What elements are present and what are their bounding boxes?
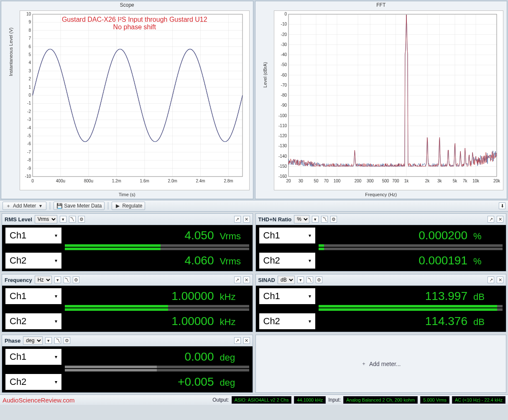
svg-text:8: 8 <box>28 28 31 33</box>
graph-icon[interactable]: 〽 <box>64 277 70 283</box>
svg-text:-9: -9 <box>27 166 31 171</box>
panel-header: RMS Level Vrms ▾ 〽 ⚙ ↗ ✕ <box>2 214 253 225</box>
readout-value: 113.997 <box>425 289 467 303</box>
close-icon[interactable]: ✕ <box>243 216 250 223</box>
add-meter-label: Add Meter <box>13 203 36 209</box>
readout-value: 4.050 <box>184 229 214 242</box>
svg-text:-130: -130 <box>278 143 286 148</box>
svg-text:-70: -70 <box>281 83 287 87</box>
channel-select[interactable]: Ch2▾ <box>259 253 315 269</box>
channel-select[interactable]: Ch1▾ <box>5 288 61 304</box>
svg-text:-10: -10 <box>281 22 287 26</box>
output-rate-chip[interactable]: 44.1000 kHz <box>294 396 326 404</box>
chevron-down-icon: ▾ <box>55 258 57 264</box>
graph-icon[interactable]: 〽 <box>54 337 61 344</box>
add-meter-tile[interactable]: ＋ Add meter... <box>255 335 507 393</box>
chevron-down-icon: ▾ <box>55 379 57 385</box>
panel-title: THD+N Ratio <box>258 216 292 223</box>
thdn-ratio-panel: THD+N Ratio % ▾ 〽 ⚙ ↗ ✕ Ch1▾ 0.000200% C… <box>255 213 507 271</box>
download-icon[interactable]: ⬇ <box>499 202 505 209</box>
input-bw-chip[interactable]: AC (<10 Hz) - 22.4 kHz <box>452 396 505 404</box>
chevron-down-icon[interactable]: ▾ <box>45 337 52 344</box>
input-label: Input: <box>328 397 341 403</box>
unit-select[interactable]: Vrms <box>35 215 57 223</box>
channel-select[interactable]: Ch2▾ <box>5 313 61 329</box>
close-icon[interactable]: ✕ <box>497 277 503 283</box>
scope-y-label: Instantaneous Level (V) <box>8 28 13 76</box>
unit-select[interactable]: Hz <box>35 276 52 284</box>
gear-icon[interactable]: ⚙ <box>64 337 70 344</box>
channel-select[interactable]: Ch1▾ <box>259 228 315 243</box>
status-bar: AudioScienceReview.com Output: ASIO: ASI… <box>0 394 508 405</box>
svg-text:-5: -5 <box>27 133 31 138</box>
unit-select[interactable]: deg <box>23 336 43 345</box>
channel-select[interactable]: Ch2▾ <box>5 374 61 390</box>
channel-select[interactable]: Ch2▾ <box>5 253 61 269</box>
gear-icon[interactable]: ⚙ <box>330 216 337 223</box>
close-icon[interactable]: ✕ <box>497 216 503 223</box>
chevron-down-icon: ▾ <box>55 318 57 324</box>
panel-body: Ch1▾ 0.000deg Ch2▾ +0.005deg <box>2 346 253 392</box>
svg-text:-150: -150 <box>278 164 286 169</box>
readout-unit: Vrms <box>220 256 249 267</box>
input-range-chip[interactable]: 5.000 Vrms <box>420 396 449 404</box>
svg-text:20k: 20k <box>493 179 500 183</box>
svg-text:700: 700 <box>392 179 399 183</box>
close-icon[interactable]: ✕ <box>243 277 250 283</box>
gear-icon[interactable]: ⚙ <box>73 277 79 283</box>
close-icon[interactable]: ✕ <box>243 337 250 344</box>
toolbar-separator <box>50 202 50 210</box>
channel-select[interactable]: Ch1▾ <box>5 228 61 243</box>
popout-icon[interactable]: ↗ <box>488 277 494 283</box>
svg-text:2.0m: 2.0m <box>168 179 177 183</box>
graph-icon[interactable]: 〽 <box>306 277 313 283</box>
regulate-button[interactable]: ▶ Regulate <box>112 202 145 210</box>
channel-select[interactable]: Ch1▾ <box>5 349 61 365</box>
input-chip[interactable]: Analog Balanced 2 Ch, 200 kohm <box>343 396 418 404</box>
unit-select[interactable]: dB <box>278 276 295 284</box>
graph-icon[interactable]: 〽 <box>69 216 76 223</box>
chevron-down-icon[interactable]: ▾ <box>297 277 304 283</box>
panel-title: SINAD <box>258 277 275 283</box>
watermark: AudioScienceReview.com <box>3 397 75 404</box>
unit-select[interactable]: % <box>294 215 309 223</box>
chevron-down-icon[interactable]: ▾ <box>60 216 66 223</box>
svg-text:100: 100 <box>333 179 340 183</box>
svg-text:4: 4 <box>28 60 31 65</box>
svg-text:-4: -4 <box>27 125 31 130</box>
chevron-down-icon: ▾ <box>38 203 43 209</box>
chevron-down-icon[interactable]: ▾ <box>312 216 319 223</box>
gear-icon[interactable]: ⚙ <box>78 216 85 223</box>
popout-icon[interactable]: ↗ <box>234 277 241 283</box>
svg-text:2k: 2k <box>425 179 430 183</box>
popout-icon[interactable]: ↗ <box>234 337 241 344</box>
gear-icon[interactable]: ⚙ <box>316 277 322 283</box>
popout-icon[interactable]: ↗ <box>488 216 494 223</box>
level-bars <box>65 366 249 371</box>
svg-text:2.8m: 2.8m <box>224 179 233 183</box>
channel-select[interactable]: Ch1▾ <box>259 288 315 304</box>
svg-text:-7: -7 <box>27 150 31 154</box>
readout-unit: kHz <box>220 292 249 302</box>
fft-plot[interactable]: Level (dBrA) 0-10-20-30-40-50-60-70-80-9… <box>274 10 504 190</box>
svg-text:6: 6 <box>28 44 31 49</box>
svg-text:2.4m: 2.4m <box>196 179 205 183</box>
fft-svg: 0-10-20-30-40-50-60-70-80-90-100-110-120… <box>274 11 500 187</box>
level-bars <box>65 244 249 250</box>
add-meter-button[interactable]: ＋ Add Meter ▾ <box>3 202 46 210</box>
scope-plot[interactable]: Gustard DAC-X26 I²S Input through Gustar… <box>20 10 250 190</box>
graph-icon[interactable]: 〽 <box>321 216 328 223</box>
channel-select[interactable]: Ch2▾ <box>259 313 315 329</box>
chevron-down-icon[interactable]: ▾ <box>54 277 61 283</box>
chevron-down-icon: ▾ <box>55 354 57 360</box>
plus-icon: ＋ <box>361 361 367 367</box>
svg-text:1.6m: 1.6m <box>140 179 149 183</box>
output-chip[interactable]: ASIO: ASIO4ALL v2 2 Chs <box>232 396 292 404</box>
save-meter-data-button[interactable]: 💾 Save Meter Data <box>54 202 105 210</box>
popout-icon[interactable]: ↗ <box>234 216 241 223</box>
panel-body: Ch1▾ 1.00000kHz Ch2▾ 1.00000kHz <box>2 286 253 332</box>
panel-body: Ch1▾ 4.050Vrms Ch2▾ 4.060Vrms <box>2 225 253 271</box>
svg-text:7: 7 <box>28 36 31 41</box>
add-meter-label: Add meter... <box>369 361 401 367</box>
plus-icon: ＋ <box>5 203 11 209</box>
